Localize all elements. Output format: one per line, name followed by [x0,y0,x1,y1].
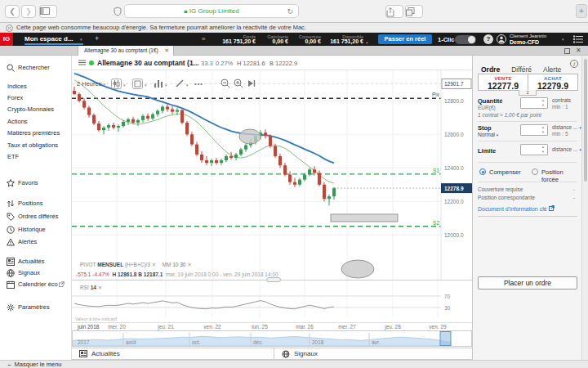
sidebar-item-actions[interactable]: Actions [0,116,72,127]
tag-icon [7,213,15,221]
panel-restore-icon[interactable] [564,48,570,54]
candle-type-button[interactable]: ▾ [111,79,126,90]
sidebar-item-signaux[interactable]: Signaux [0,267,72,278]
address-bar[interactable]: 🔒︎ IG Group Limited ↻ [124,4,299,18]
date-tick: ven. 29 [429,324,446,330]
browser-forward-button[interactable]: ❯ [21,5,36,18]
close-tab-icon[interactable]: ✕ [164,46,169,56]
add-workspace-button[interactable]: + [95,34,99,43]
sidebar-item-ordres-diff-r-s[interactable]: Ordres différés [0,211,72,222]
close-notice-icon[interactable] [6,23,13,32]
search-icon [7,64,15,72]
price-axis[interactable]: 12800.012600.012400.012200.012000.012901… [441,70,472,280]
info-icon[interactable]: i [570,60,578,68]
stepper-icons[interactable]: ▴▾ [540,98,546,108]
panel-close-icon[interactable]: ✕ [576,47,581,54]
panel-scrollbar[interactable] [581,56,588,360]
browser-sidebar-button[interactable] [39,5,57,18]
signals-tab-label: Signaux [294,350,318,357]
privacy-shield-icon[interactable] [114,7,122,16]
help-icon[interactable]: ? [483,34,493,44]
sidebar-item-favoris[interactable]: Favoris [0,177,72,188]
share-icon [386,7,394,17]
sidebar-item-etf[interactable]: ETF [0,151,72,162]
place-order-button[interactable]: Placer un ordre [478,276,577,289]
svg-text:S2: S2 [433,220,439,226]
order-panel-tab-différé[interactable]: Différé [511,65,532,74]
limit-distance-select[interactable]: distance ... ▾ [552,146,581,152]
price-chart[interactable]: PivS1S212800.012600.012400.012200.012000… [72,70,472,280]
instrument-tab[interactable]: Allemagne 30 au comptant (1€) ✕ [78,46,174,56]
remove-mm-icon[interactable]: ✕ [187,262,191,267]
kid-document-link[interactable]: Document d'information clé [478,205,555,212]
chart-annotations[interactable] [239,129,398,278]
spread-badge: 2 [519,90,537,96]
buy-price-button[interactable]: ACHAT 12279.9 [528,74,578,91]
sidebar-item-positions[interactable]: Positions [0,198,72,209]
new-tab-button[interactable]: + [576,4,587,18]
tabs-overview-button[interactable] [405,5,423,18]
one-click-toggle[interactable] [455,35,476,44]
timeframe-selector[interactable]: 2 Heures ▾ [77,79,105,90]
sidebar-item-taux-et-obligations[interactable]: Taux et obligations [0,140,72,150]
browser-back-button[interactable]: ❮ [5,5,20,18]
stepper-icons[interactable]: ▴▾ [540,125,546,135]
reload-icon[interactable]: ↻ [287,6,293,18]
sidebar-item-label: Indices [7,81,27,92]
rsi-pane[interactable]: 7030 [72,280,472,318]
remove-rsi-icon[interactable]: ✕ [98,285,102,290]
indicators-button[interactable]: ▾ [154,79,167,90]
stepper-icons[interactable]: ▴▾ [540,145,546,155]
workspace-tab[interactable]: Mon espace d... [24,35,74,43]
signals-tab[interactable]: Signaux [274,348,472,359]
layout-button[interactable]: ▾ [132,79,147,90]
scrollbar-thumb[interactable] [584,59,587,182]
sidebar-item-parametres[interactable]: Paramètres [0,302,72,312]
drawing-tools-button[interactable]: ▾ [175,79,189,90]
stop-input[interactable]: ▴▾ [520,124,548,136]
order-panel-tab-alerte[interactable]: Alerte [543,65,561,74]
sidebar-item-label: Forex [7,92,23,103]
chart-menu-icon[interactable] [78,60,86,65]
sidebar-item-historique[interactable]: Historique [0,224,72,235]
account-chevron-down-icon[interactable]: ▾ [562,37,564,42]
stop-type-select[interactable]: Normal ▾ [478,132,498,137]
avatar[interactable] [497,34,506,44]
globe-icon [282,350,290,358]
chart-navigator[interactable]: 2017aoûtoct.déc.2018avr. [72,330,472,347]
offset-radio[interactable] [479,168,486,175]
zoom-out-button[interactable] [220,79,230,90]
sidebar-search[interactable]: Rechercher [0,62,72,73]
go-live-button[interactable]: Passer en réel [378,34,432,44]
quantity-input[interactable]: ▴▾ [520,97,548,109]
more-tools-icon[interactable]: ••• [194,79,203,90]
svg-text:12400.0: 12400.0 [444,165,464,171]
zoom-in-button[interactable] [234,79,243,90]
stop-distance-select[interactable]: distance ... ▾ [552,124,581,130]
remove-pivot-icon[interactable]: ✕ [152,262,156,267]
svg-text:S1: S1 [433,168,439,173]
go-to-latest-button[interactable] [247,79,256,90]
sidebar-item-mati-res-premi-res[interactable]: Matières premières [0,128,72,138]
offset-radio-label[interactable]: Compenser [489,168,521,176]
sidebar-item-indices[interactable]: Indices [0,81,72,92]
stats-chevron-down-icon[interactable]: ▾ [366,40,368,45]
chart-instrument-title[interactable]: Allemagne 30 au comptant (1... [97,59,199,67]
sidebar-item-forex[interactable]: Forex [0,92,72,103]
sell-price-button[interactable]: VENTE 12277.9 [478,74,528,91]
sidebar-item-label: Historique [18,224,46,235]
chart-title-chevron-down-icon[interactable]: ▾ [189,61,192,66]
sidebar-item-crypto-monnaies[interactable]: Crypto-Monnaies [0,104,72,114]
sidebar-item-calendrier-co[interactable]: Calendrier éco [0,279,72,289]
sidebar-item-actualit-s[interactable]: Actualités [0,256,72,267]
workspace-active-underline [24,43,83,45]
news-tab[interactable]: Actualités [72,348,274,359]
limit-input[interactable]: ▴▾ [520,144,548,155]
workspace-chevron-down-icon[interactable]: ▾ [80,37,82,42]
hide-menu-button[interactable]: ← Masquer le menu [7,361,62,368]
date-tick: jeu. 28 [385,324,401,330]
watchlist-menu-icon[interactable] [573,35,583,43]
sidebar-item-alertes[interactable]: Alertes [0,236,72,247]
share-button[interactable] [385,5,403,18]
forced-position-radio[interactable] [532,168,538,175]
